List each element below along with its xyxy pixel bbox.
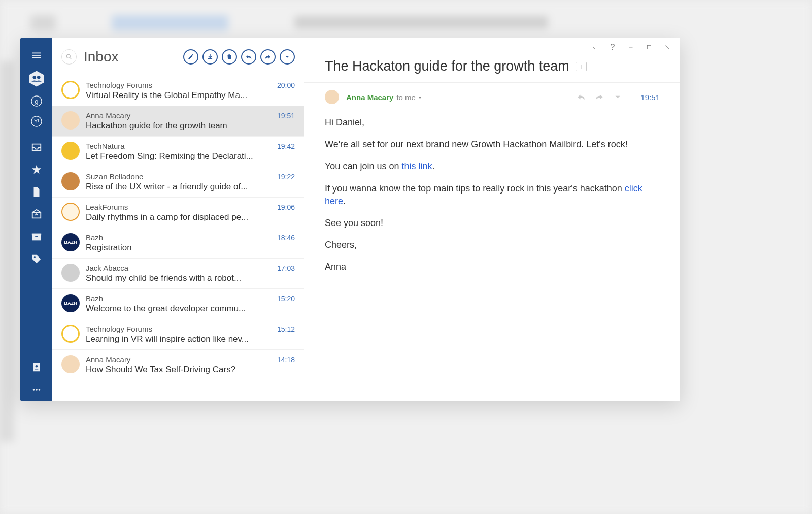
archive-icon[interactable] — [20, 226, 52, 248]
reply-icon[interactable] — [577, 92, 586, 102]
email-item[interactable]: Anna Macary14:18How Should We Tax Self-D… — [52, 350, 304, 380]
svg-text:g: g — [35, 98, 38, 105]
addressbook-icon[interactable] — [20, 356, 52, 378]
svg-rect-10 — [32, 235, 41, 240]
email-item[interactable]: LeakForums19:06Daily rhythms in a camp f… — [52, 198, 304, 228]
email-sender: Anna Macary — [86, 355, 130, 364]
contacts-icon[interactable] — [20, 67, 52, 91]
email-time: 19:06 — [277, 203, 295, 211]
body-greeting: Hi Daniel, — [325, 116, 660, 129]
email-sender: Technology Forums — [86, 325, 152, 333]
email-time: 19:42 — [277, 142, 295, 150]
email-sender: Bazh — [86, 294, 103, 303]
email-list-panel: Inbox Technology Forums20:00Virtual Real… — [52, 38, 304, 401]
email-time: 19:22 — [277, 173, 295, 181]
avatar — [61, 355, 80, 373]
minimize-button[interactable] — [627, 44, 634, 51]
email-sender: Technology Forums — [86, 81, 152, 89]
list-header: Inbox — [52, 38, 304, 76]
svg-rect-1 — [32, 55, 41, 56]
download-button[interactable] — [202, 49, 218, 65]
email-item[interactable]: Technology Forums20:00Virtual Reality is… — [52, 76, 304, 106]
sidebar: g Y! — [20, 38, 52, 401]
recipient-label: to me — [396, 93, 416, 102]
email-item[interactable]: Suzan Belladone19:22Rise of the UX write… — [52, 167, 304, 198]
avatar — [61, 172, 80, 190]
more-icon[interactable] — [20, 378, 52, 401]
email-time: 15:20 — [277, 295, 295, 303]
email-subject-preview: Registration — [86, 243, 295, 253]
svg-point-13 — [33, 256, 35, 258]
yahoo-account-icon[interactable]: Y! — [20, 111, 52, 132]
email-subject-preview: Learning in VR will inspire action like … — [86, 334, 295, 344]
email-time: 19:51 — [640, 93, 660, 102]
email-subject-preview: How Should We Tax Self-Driving Cars? — [86, 365, 295, 375]
close-button[interactable] — [664, 44, 671, 51]
help-button[interactable]: ? — [609, 44, 616, 51]
toolbar — [183, 49, 295, 65]
email-subject-preview: Daily rhythms in a camp for displaced pe… — [86, 212, 295, 222]
email-time: 17:03 — [277, 264, 295, 272]
email-body: Hi Daniel, We're all set for our next br… — [304, 104, 680, 295]
body-p4: See you soon! — [325, 217, 660, 230]
svg-rect-0 — [32, 53, 41, 54]
menu-icon[interactable] — [20, 44, 52, 67]
avatar — [61, 203, 80, 221]
dropdown-icon[interactable] — [613, 92, 622, 102]
starred-icon[interactable] — [20, 158, 52, 181]
email-subject-preview: Let Freedom Sing: Remixing the Declarati… — [86, 151, 295, 162]
email-item[interactable]: TechNatura19:42Let Freedom Sing: Remixin… — [52, 137, 304, 167]
inbox-title: Inbox — [84, 49, 119, 65]
email-sender: Bazh — [86, 233, 103, 242]
email-item[interactable]: Jack Abacca17:03Should my child be frien… — [52, 259, 304, 289]
tags-icon[interactable] — [20, 248, 52, 270]
join-link[interactable]: this link — [401, 161, 432, 171]
expand-recipients-button[interactable]: ▾ — [419, 94, 421, 100]
svg-point-18 — [38, 389, 40, 391]
svg-line-20 — [70, 58, 72, 59]
svg-point-16 — [32, 389, 35, 391]
avatar — [61, 325, 80, 343]
email-time: 14:18 — [277, 356, 295, 364]
more-actions-button[interactable] — [280, 49, 295, 65]
compose-button[interactable] — [183, 49, 198, 65]
email-subject-preview: Welcome to the great developer commu... — [86, 304, 295, 314]
reply-button[interactable] — [241, 49, 256, 65]
email-item[interactable]: Technology Forums15:12Learning in VR wil… — [52, 319, 304, 350]
delete-button[interactable] — [222, 49, 237, 65]
body-p2: You can join us on this link. — [325, 160, 660, 173]
forward-button[interactable] — [260, 49, 276, 65]
drafts-icon[interactable] — [20, 181, 52, 203]
google-account-icon[interactable]: g — [20, 91, 52, 111]
svg-point-19 — [66, 54, 70, 58]
email-sender: Suzan Belladone — [86, 172, 143, 181]
svg-rect-22 — [648, 46, 651, 49]
email-subject: The Hackaton guide for the growth team — [325, 58, 569, 74]
email-item[interactable]: Anna Macary19:51Hackathon guide for the … — [52, 106, 304, 137]
svg-point-15 — [35, 365, 38, 368]
search-button[interactable] — [61, 49, 77, 65]
email-item[interactable]: BAZHBazh18:46Registration — [52, 228, 304, 259]
svg-marker-3 — [29, 71, 43, 86]
svg-rect-2 — [32, 57, 41, 58]
body-p1: We're all set for our next brand new Gro… — [325, 138, 660, 151]
email-subject-preview: Virtual Reality is the Global Empathy Ma… — [86, 90, 295, 101]
forward-icon[interactable] — [595, 92, 604, 102]
maximize-button[interactable] — [646, 44, 653, 51]
sent-icon[interactable] — [20, 203, 52, 226]
avatar — [61, 81, 80, 99]
svg-rect-11 — [31, 234, 41, 236]
window-controls: ? — [304, 38, 680, 51]
email-sender: LeakForums — [86, 203, 128, 211]
reader-header: The Hackaton guide for the growth team + — [304, 51, 680, 83]
inbox-icon[interactable] — [20, 136, 52, 158]
email-item[interactable]: BAZHBazh15:20Welcome to the great develo… — [52, 289, 304, 319]
email-sender: TechNatura — [86, 142, 125, 150]
back-button[interactable] — [591, 44, 598, 51]
sender-name: Anna Macary — [346, 93, 393, 102]
reader-panel: ? The Hackaton guide for the growth team… — [304, 38, 680, 401]
email-subject-preview: Should my child be friends with a robot.… — [86, 273, 295, 283]
add-tab-button[interactable]: + — [576, 62, 587, 71]
svg-point-4 — [32, 76, 36, 79]
email-list[interactable]: Technology Forums20:00Virtual Reality is… — [52, 76, 304, 401]
